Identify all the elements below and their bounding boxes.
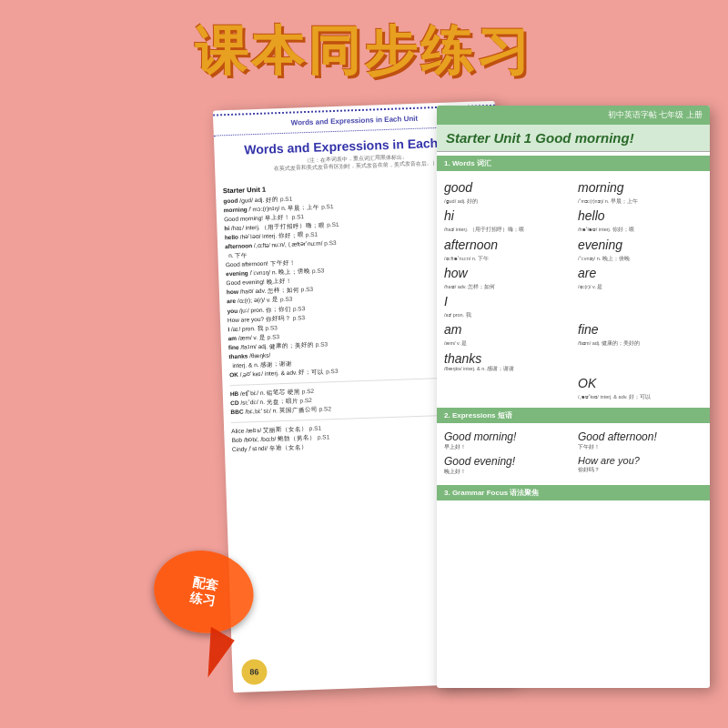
word-phonetic: /ɑː(r)/ v. 是 [578,283,703,290]
word-item-fine: fine /faɪm/ adj. 健康的；美好的 [578,320,703,347]
ok-phonetic: /ˌəʊˈkeɪ/ interj. & adv. 好；可以 [578,393,703,400]
word-phonetic: /ˈiːvnɪŋ/ n. 晚上；傍晚 [578,255,703,262]
expression-good-afternoon: Good afternoon! 下午好！ [578,430,703,451]
ok-row: OK /ˌəʊˈkeɪ/ interj. & adv. 好；可以 [444,374,703,400]
page-number-badge: 86 [241,659,268,685]
word-item-am: am /æm/ v. 是 [444,320,569,347]
word-main: morning [578,178,703,197]
expressions-grid: Good morning! 早上好！ Good afternoon! 下午好！ … [444,429,703,478]
right-book: 初中英语字帖 七年级 上册 Starter Unit 1 Good mornin… [437,106,710,688]
word-phonetic: /həˈləʊ/ interj. 你好；喂 [578,226,703,233]
word-phonetic: /ɡud/ adj. 好的 [444,197,569,205]
words-content: good /ɡud/ adj. 好的 morning /ˈmɔː(r)nɪŋ/ … [437,173,710,404]
word-phonetic: /faɪm/ adj. 健康的；美好的 [578,339,703,347]
word-item-ok: OK /ˌəʊˈkeɪ/ interj. & adv. 好；可以 [578,374,703,400]
word-phonetic: /æm/ v. 是 [444,339,569,347]
expression-good-morning: Good morning! 早上好！ [444,430,569,451]
right-book-title: Starter Unit 1 Good morning! [437,125,710,152]
main-title: 课本同步练习 [0,16,728,87]
arrow-pointer [188,627,235,680]
expression-main: Good afternoon! [578,430,703,443]
word-main: evening [578,236,703,255]
expressions-section-header: 2. Expressions 短语 [437,408,710,423]
word-main: afternoon [444,236,569,255]
ok-placeholder [444,374,569,400]
expression-meaning: 晚上好！ [444,468,569,476]
arrow-circle: 配套练习 [147,542,260,641]
thanks-word: thanks [444,351,481,366]
word-phonetic: /ˈmɔː(r)nɪŋ/ n. 早晨；上午 [578,197,703,205]
expression-meaning: 下午好！ [578,443,703,451]
grammar-section-header: 3. Grammar Focus 语法聚焦 [437,485,710,500]
word-main: hello [578,207,703,226]
thanks-phonetic: /θæŋks/ interj. & n. 感谢；谢谢 [444,366,703,372]
words-section-header: 1. Words 词汇 [437,156,710,171]
word-main: hi [444,207,569,226]
word-main: are [578,264,703,283]
expression-meaning: 早上好！ [444,443,569,451]
word-phonetic: /ɑːftəˈnuːn/ n. 下午 [444,255,569,262]
word-main: good [444,178,569,197]
word-phonetic: /haʊ/ adv. 怎样；如何 [444,283,569,290]
word-item-hi: hi /haɪ/ interj. （用于打招呼）嗨；喂 [444,207,569,233]
word-item-placeholder [578,292,703,318]
words-grid: good /ɡud/ adj. 好的 morning /ˈmɔː(r)nɪŋ/ … [444,177,703,349]
right-book-header: 初中英语字帖 七年级 上册 [437,106,710,125]
word-item-hello: hello /həˈləʊ/ interj. 你好；喂 [578,207,703,233]
page-background: 课本同步练习 Words and Expressions in Each Uni… [0,0,728,728]
word-item-afternoon: afternoon /ɑːftəˈnuːn/ n. 下午 [444,236,569,262]
word-main: am [444,320,569,339]
expression-how-are-you: How are you? 你好吗？ [578,455,703,476]
expression-main: Good evening! [444,455,569,468]
word-item-are: are /ɑː(r)/ v. 是 [578,264,703,290]
word-phonetic: /aɪ/ pron. 我 [444,311,569,318]
word-main: fine [578,320,703,339]
ok-word: OK [578,374,703,393]
expression-meaning: 你好吗？ [578,466,703,474]
expressions-content: Good morning! 早上好！ Good afternoon! 下午好！ … [437,425,710,481]
title-area: 课本同步练习 [0,0,728,96]
expression-main: Good morning! [444,430,569,443]
thanks-entry: thanks /θæŋks/ interj. & n. 感谢；谢谢 [444,351,703,372]
arrow-text: 配套练习 [188,574,218,609]
word-item-I: I /aɪ/ pron. 我 [444,292,569,318]
expression-main: How are you? [578,455,703,466]
word-item-evening: evening /ˈiːvnɪŋ/ n. 晚上；傍晚 [578,236,703,262]
word-main: I [444,292,569,311]
word-main: how [444,264,569,283]
word-item-how: how /haʊ/ adv. 怎样；如何 [444,264,569,290]
arrow-overlay: 配套练习 [140,542,260,681]
word-phonetic: /haɪ/ interj. （用于打招呼）嗨；喂 [444,226,569,233]
expression-good-evening: Good evening! 晚上好！ [444,455,569,476]
books-container: Words and Expressions in Each Unit Words… [0,96,728,715]
word-item-morning: morning /ˈmɔː(r)nɪŋ/ n. 早晨；上午 [578,178,703,205]
word-item-good: good /ɡud/ adj. 好的 [444,178,569,205]
